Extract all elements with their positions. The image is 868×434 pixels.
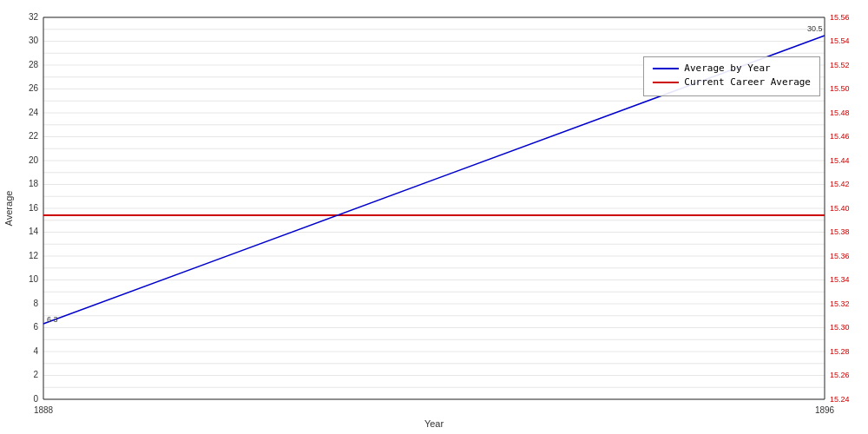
y-tick-10: 10 — [29, 274, 39, 284]
yr-tick-1552: 15.52 — [830, 61, 850, 69]
y-tick-2: 2 — [33, 370, 38, 379]
legend-blue-line — [653, 68, 679, 69]
y-tick-30: 30 — [29, 36, 39, 45]
yr-tick-1546: 15.46 — [830, 132, 850, 141]
legend-item-red: Current Career Average — [653, 76, 811, 88]
legend-red-line — [653, 82, 679, 83]
yr-tick-1532: 15.32 — [830, 299, 850, 308]
yr-tick-1536: 15.36 — [830, 252, 850, 260]
legend-blue-label: Average by Year — [684, 62, 770, 74]
yr-tick-1550: 15.50 — [830, 84, 850, 93]
legend-red-label: Current Career Average — [684, 76, 811, 88]
x-tick-1896: 1896 — [815, 405, 835, 415]
yr-tick-1526: 15.26 — [830, 371, 850, 379]
y-tick-12: 12 — [29, 251, 39, 260]
yr-tick-1538: 15.38 — [830, 227, 850, 236]
yr-tick-1542: 15.42 — [830, 180, 850, 188]
y-tick-0: 0 — [33, 394, 38, 404]
y-tick-32: 32 — [29, 12, 39, 22]
y-tick-22: 22 — [29, 131, 39, 141]
y-tick-4: 4 — [33, 346, 38, 356]
y-left-axis-label: Average — [3, 191, 14, 227]
y-tick-20: 20 — [29, 155, 39, 165]
yr-tick-1554: 15.54 — [830, 36, 850, 45]
y-tick-28: 28 — [29, 60, 39, 69]
x-axis-label: Year — [424, 418, 444, 429]
legend-item-blue: Average by Year — [653, 62, 811, 74]
y-tick-14: 14 — [29, 227, 39, 236]
x-tick-1888: 1888 — [34, 405, 54, 415]
y-tick-8: 8 — [33, 299, 38, 308]
y-tick-18: 18 — [29, 179, 39, 188]
y-tick-24: 24 — [29, 108, 39, 117]
y-tick-6: 6 — [33, 322, 38, 332]
legend-box: Average by Year Current Career Average — [643, 56, 820, 96]
blue-line-end-label: 30.5 — [807, 24, 823, 33]
yr-tick-1540: 15.40 — [830, 204, 850, 213]
y-tick-16: 16 — [29, 203, 39, 213]
yr-tick-1556: 15.56 — [830, 13, 850, 22]
yr-tick-1524: 15.24 — [830, 395, 850, 404]
yr-tick-1544: 15.44 — [830, 156, 850, 165]
yr-tick-1534: 15.34 — [830, 275, 850, 284]
blue-line-start-label: 6 3 — [47, 315, 58, 324]
yr-tick-1548: 15.48 — [830, 108, 850, 117]
yr-tick-1528: 15.28 — [830, 347, 850, 356]
chart-container: 0 2 4 6 8 10 12 14 16 18 20 22 24 26 28 … — [0, 0, 868, 434]
yr-tick-1530: 15.30 — [830, 323, 850, 332]
y-tick-26: 26 — [29, 83, 39, 93]
